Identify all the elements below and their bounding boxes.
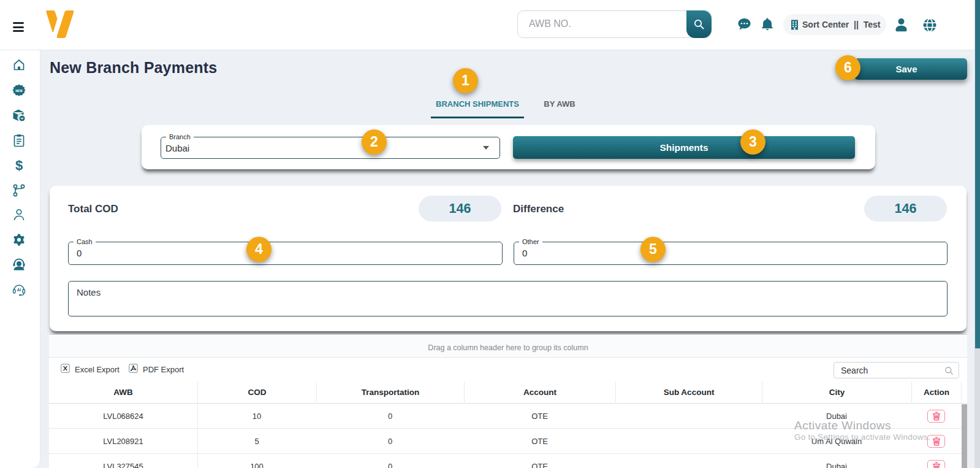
svg-text:NEW: NEW (15, 89, 23, 93)
svg-text:AI: AI (17, 288, 21, 292)
svg-text:$: $ (15, 158, 23, 172)
